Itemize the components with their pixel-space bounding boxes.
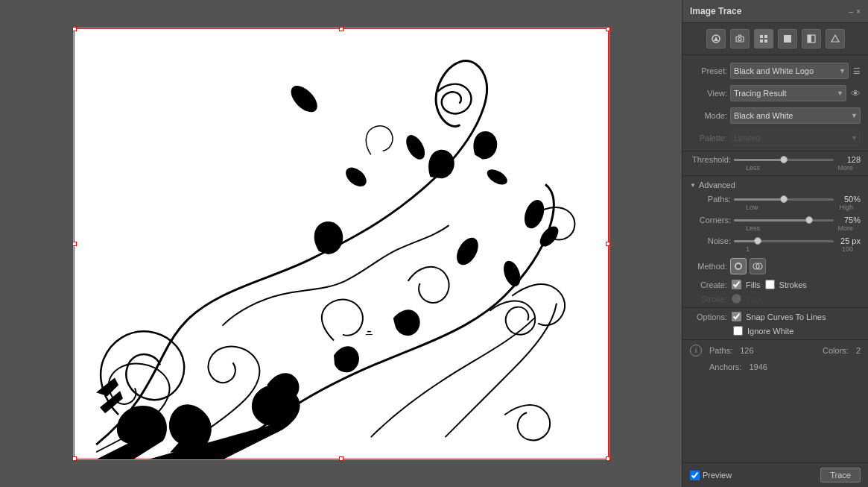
svg-point-1 xyxy=(402,131,428,162)
view-row: View: Tracing Result ▼ 👁 xyxy=(682,82,868,104)
auto-color-btn[interactable] xyxy=(706,29,726,48)
preview-row: Preview xyxy=(690,471,816,480)
panel-header-controls: – × xyxy=(849,7,861,16)
paths-row: Paths: 50% Low High xyxy=(682,192,868,213)
view-label: View: xyxy=(690,89,727,98)
svg-point-6 xyxy=(500,258,523,289)
paths-track[interactable] xyxy=(734,198,834,201)
strokes-label: Strokes xyxy=(779,280,807,289)
half-btn[interactable] xyxy=(802,29,821,48)
close-panel-btn[interactable]: × xyxy=(856,7,861,16)
panel-content: Preset: Black and White Logo ▼ ☰ View: T… xyxy=(682,55,868,462)
paths-thumb[interactable] xyxy=(780,195,788,203)
strokes-checkbox[interactable] xyxy=(765,280,775,289)
stats-colors-value: 2 xyxy=(856,346,861,355)
camera-btn[interactable] xyxy=(730,29,750,48)
divider-4 xyxy=(682,339,868,340)
svg-point-0 xyxy=(286,81,322,116)
palette-select: Limited xyxy=(730,130,861,146)
view-select[interactable]: Tracing Result xyxy=(730,85,846,101)
corners-thumb[interactable] xyxy=(805,216,813,224)
threshold-track[interactable] xyxy=(734,159,834,161)
stats-row: i Paths: 126 Colors: 2 xyxy=(682,342,868,359)
threshold-value: 128 xyxy=(837,155,861,164)
preset-list-icon[interactable]: ☰ xyxy=(853,66,861,76)
svg-rect-11 xyxy=(760,35,763,38)
svg-point-4 xyxy=(342,163,370,190)
panel-header: Image Trace – × xyxy=(682,0,868,23)
grid-4-icon xyxy=(758,34,769,44)
snap-curves-label: Snap Curves To Lines xyxy=(746,312,826,321)
threshold-label: Threshold: xyxy=(690,155,731,164)
palette-select-wrapper: Limited ▼ xyxy=(730,130,861,146)
mode-select[interactable]: Black and White xyxy=(730,107,861,124)
svg-rect-15 xyxy=(784,35,791,43)
fills-label: Fills xyxy=(746,280,761,289)
corners-min-label: Less xyxy=(746,224,760,232)
floral-artwork xyxy=(74,28,609,459)
palette-row: Palette: Limited ▼ xyxy=(682,127,868,149)
artboard xyxy=(73,28,609,460)
preview-label: Preview xyxy=(703,471,732,480)
paths-max-label: High xyxy=(839,204,853,211)
preset-row: Preset: Black and White Logo ▼ ☰ xyxy=(682,60,868,82)
anchors-row: Anchors: 1946 xyxy=(682,359,868,374)
method-label: Method: xyxy=(690,262,727,271)
stroke-row: Stroke: 1 px xyxy=(682,292,868,306)
stroke-value: 1 px xyxy=(746,295,761,304)
corners-max-label: More xyxy=(837,224,853,232)
view-eye-icon[interactable]: 👁 xyxy=(851,88,861,99)
threshold-thumb[interactable] xyxy=(780,156,788,163)
noise-value: 25 px xyxy=(837,236,861,245)
noise-thumb[interactable] xyxy=(754,237,761,245)
svg-rect-13 xyxy=(760,40,763,43)
svg-marker-18 xyxy=(831,35,839,42)
divider-1 xyxy=(682,151,868,151)
corners-track[interactable] xyxy=(734,219,834,221)
svg-point-5 xyxy=(452,233,483,268)
grid4-btn[interactable] xyxy=(754,29,773,48)
method-abutting-btn[interactable] xyxy=(730,258,747,274)
noise-minmax: 1 100 xyxy=(690,245,861,253)
paths-min-label: Low xyxy=(746,204,758,211)
advanced-section-header[interactable]: ▼ Advanced xyxy=(682,177,868,192)
noise-label: Noise: xyxy=(690,236,731,245)
noise-min-label: 1 xyxy=(746,245,750,253)
svg-point-10 xyxy=(738,38,741,41)
mode-label: Mode: xyxy=(690,111,727,120)
mode-row: Mode: Black and White ▼ xyxy=(682,104,868,127)
info-icon[interactable]: i xyxy=(690,345,702,356)
mode-select-wrapper: Black and White ▼ xyxy=(730,107,861,124)
stats-anchors-label: Anchors: xyxy=(709,362,741,371)
method-overlapping-btn[interactable] xyxy=(750,258,766,274)
options-row: Options: Snap Curves To Lines xyxy=(682,310,868,324)
image-trace-panel: Image Trace – × xyxy=(682,0,868,487)
threshold-fill xyxy=(734,159,784,161)
ignore-white-checkbox[interactable] xyxy=(733,326,743,336)
noise-row: Noise: 25 px 1 100 xyxy=(682,234,868,255)
svg-rect-14 xyxy=(764,40,767,43)
snap-curves-checkbox[interactable] xyxy=(732,312,741,321)
stats-colors-label: Colors: xyxy=(823,346,849,355)
trace-button[interactable]: Trace xyxy=(820,468,861,483)
preset-select[interactable]: Black and White Logo xyxy=(730,63,849,79)
create-label: Create: xyxy=(690,280,727,289)
corners-row: Corners: 75% Less More xyxy=(682,213,868,234)
advanced-label: Advanced xyxy=(699,180,735,189)
preview-checkbox[interactable] xyxy=(690,471,700,480)
noise-max-label: 100 xyxy=(842,245,853,253)
panel-footer: Preview Trace xyxy=(682,462,868,487)
ignore-white-row: Ignore White xyxy=(682,324,868,338)
outline-btn[interactable] xyxy=(826,29,845,48)
fills-checkbox[interactable] xyxy=(732,280,741,289)
svg-point-2 xyxy=(521,197,548,231)
svg-rect-12 xyxy=(764,35,767,38)
palette-label: Palette: xyxy=(690,133,727,142)
svg-point-20 xyxy=(736,264,741,268)
collapse-panel-btn[interactable]: – xyxy=(849,7,854,16)
square-btn[interactable] xyxy=(778,29,797,48)
paths-fill xyxy=(734,198,784,201)
noise-track[interactable] xyxy=(734,240,834,242)
advanced-arrow-icon: ▼ xyxy=(690,182,696,189)
stats-paths-value: 126 xyxy=(740,346,753,355)
